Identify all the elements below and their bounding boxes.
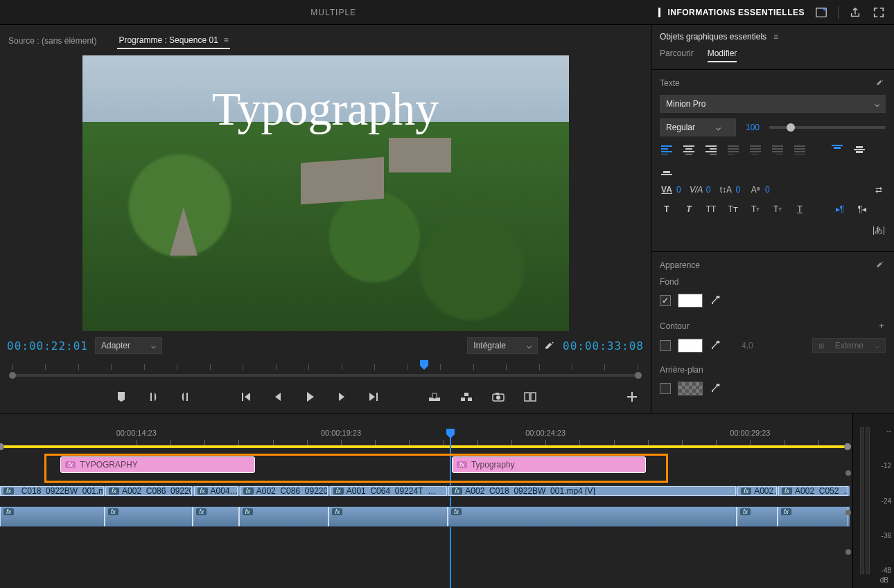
- rtl-icon[interactable]: ¶◂: [855, 203, 869, 215]
- panel-menu-icon[interactable]: ≡: [773, 32, 778, 42]
- faux-bold-icon[interactable]: T: [660, 203, 674, 215]
- video-clip[interactable]: fxA002_C018_0922BW_001.mp4 [V]: [448, 486, 735, 496]
- graphic-clip[interactable]: fxTYPOGRAPHY: [60, 456, 254, 473]
- extract-button[interactable]: [459, 389, 474, 404]
- justify-right-icon[interactable]: [771, 143, 785, 156]
- justify-all-icon[interactable]: [793, 143, 807, 156]
- ruler-label: 00:00:24:23: [525, 429, 566, 437]
- audio-track-a1[interactable]: fxfxfxfxfxfxfxfx: [0, 506, 850, 527]
- egp-tab-browse[interactable]: Parcourir: [660, 48, 694, 62]
- small-caps-icon[interactable]: Tᴛ: [726, 203, 740, 215]
- play-button[interactable]: [302, 389, 317, 404]
- audio-clip[interactable]: fx: [328, 507, 448, 526]
- audio-clip[interactable]: fx: [737, 507, 778, 526]
- stroke-width-value[interactable]: 4,0: [742, 341, 753, 350]
- faux-italic-icon[interactable]: T: [682, 203, 696, 215]
- mark-out-button[interactable]: [177, 389, 193, 404]
- share-icon[interactable]: [848, 6, 862, 19]
- workspace-dropdown[interactable]: MULTIPLE: [310, 8, 356, 17]
- mini-playhead-icon[interactable]: [419, 360, 430, 374]
- stroke-position-dropdown[interactable]: ⊞ Externe ⌵: [812, 338, 886, 353]
- video-clip[interactable]: fx_C018_0922BW_001.mp4 [V]: [0, 486, 104, 496]
- panel-preset-icon[interactable]: [814, 6, 828, 19]
- audio-clip[interactable]: fx: [105, 507, 193, 526]
- monitor-mini-timeline[interactable]: [7, 360, 644, 384]
- settings-wrench-icon[interactable]: [545, 340, 556, 351]
- work-area-bar[interactable]: [0, 445, 848, 448]
- tracking-value[interactable]: 0: [676, 185, 681, 195]
- egp-tab-edit[interactable]: Modifier: [708, 48, 737, 62]
- video-clip[interactable]: fxA002_C086_09220…: [105, 486, 192, 496]
- timeline-panel[interactable]: 00:00:14:2300:00:19:2300:00:24:2300:00:2…: [0, 413, 852, 588]
- program-monitor[interactable]: Typography: [7, 50, 644, 334]
- superscript-icon[interactable]: TT: [748, 203, 762, 215]
- video-clip[interactable]: fxA002_C086_09220…: [240, 486, 328, 496]
- comparison-view-button[interactable]: [523, 389, 538, 404]
- font-size-value[interactable]: 100: [746, 123, 760, 132]
- video-clip[interactable]: fxA002_C052_…: [778, 486, 848, 496]
- stroke-checkbox[interactable]: [660, 340, 671, 351]
- valign-top-icon[interactable]: [830, 143, 844, 156]
- fill-color-swatch[interactable]: [678, 294, 703, 308]
- settings-wrench-icon[interactable]: [876, 260, 886, 270]
- audio-clip[interactable]: fx: [193, 507, 238, 526]
- settings-wrench-icon[interactable]: [876, 78, 886, 88]
- fullscreen-icon[interactable]: [872, 6, 886, 19]
- kerning-value[interactable]: 0: [706, 185, 711, 195]
- chevron-down-icon: ⌵: [875, 99, 879, 109]
- export-frame-button[interactable]: [491, 389, 506, 404]
- program-tab[interactable]: Programme : Sequence 01 ≡: [117, 33, 229, 49]
- underline-icon[interactable]: T: [793, 203, 807, 215]
- step-forward-button[interactable]: [334, 389, 349, 404]
- timecode-current[interactable]: 00:00:22:01: [7, 339, 88, 353]
- step-back-button[interactable]: [270, 389, 286, 404]
- timeline-ruler[interactable]: 00:00:14:2300:00:19:2300:00:24:2300:00:2…: [0, 429, 852, 447]
- go-to-out-button[interactable]: [366, 389, 381, 404]
- panel-menu-icon[interactable]: ≡: [224, 35, 229, 45]
- background-checkbox[interactable]: [660, 383, 671, 394]
- valign-bottom-icon[interactable]: [660, 164, 674, 177]
- video-clip[interactable]: fxA001_C064_09224T_…: [330, 486, 447, 496]
- align-right-icon[interactable]: [704, 143, 718, 156]
- source-tab[interactable]: Source : (sans élément): [7, 33, 98, 48]
- eyedropper-icon[interactable]: [710, 383, 721, 394]
- button-editor-plus[interactable]: [624, 389, 640, 404]
- audio-clip[interactable]: fx: [0, 507, 105, 526]
- valign-middle-icon[interactable]: [852, 143, 866, 156]
- baseline-value[interactable]: 0: [765, 185, 770, 195]
- go-to-in-button[interactable]: [238, 389, 254, 404]
- font-family-dropdown[interactable]: Minion Pro ⌵: [660, 95, 886, 113]
- background-color-swatch[interactable]: [678, 382, 703, 395]
- add-marker-button[interactable]: [114, 389, 129, 404]
- video-track-v1[interactable]: fx_C018_0922BW_001.mp4 [V]fxA002_C086_09…: [0, 485, 850, 497]
- eyedropper-icon[interactable]: [710, 340, 721, 351]
- zoom-fit-dropdown[interactable]: Adapter ⌵: [95, 337, 162, 354]
- eyedropper-icon[interactable]: [710, 295, 721, 306]
- workspace-label[interactable]: INFORMATIONS ESSENTIELLES: [658, 8, 805, 17]
- video-clip[interactable]: fxA002…: [737, 486, 776, 496]
- mark-in-button[interactable]: [146, 389, 161, 404]
- align-left-icon[interactable]: [660, 143, 674, 156]
- justify-left-icon[interactable]: [726, 143, 740, 156]
- fx-badge-icon: fx: [741, 488, 751, 495]
- audio-clip[interactable]: fx: [448, 507, 737, 526]
- subscript-icon[interactable]: TT: [771, 203, 785, 215]
- text-options-icon[interactable]: |あ|: [872, 224, 886, 236]
- justify-center-icon[interactable]: [748, 143, 762, 156]
- audio-clip[interactable]: fx: [778, 507, 848, 526]
- fill-checkbox[interactable]: [660, 295, 671, 306]
- quality-dropdown[interactable]: Intégrale ⌵: [467, 337, 538, 354]
- leading-value[interactable]: 0: [735, 185, 740, 195]
- add-stroke-button[interactable]: ＋: [877, 320, 886, 332]
- tsume-icon[interactable]: ⇄: [872, 184, 886, 196]
- lift-button[interactable]: [427, 389, 442, 404]
- graphic-clip[interactable]: fxTypography: [452, 456, 646, 473]
- ltr-icon[interactable]: ▸¶: [833, 203, 847, 215]
- font-style-dropdown[interactable]: Regular ⌵: [660, 118, 736, 136]
- all-caps-icon[interactable]: TT: [704, 203, 718, 215]
- video-clip[interactable]: fxA004…: [194, 486, 238, 496]
- font-size-slider[interactable]: [769, 126, 886, 129]
- stroke-color-swatch[interactable]: [678, 339, 703, 353]
- align-center-icon[interactable]: [682, 143, 696, 156]
- audio-clip[interactable]: fx: [239, 507, 329, 526]
